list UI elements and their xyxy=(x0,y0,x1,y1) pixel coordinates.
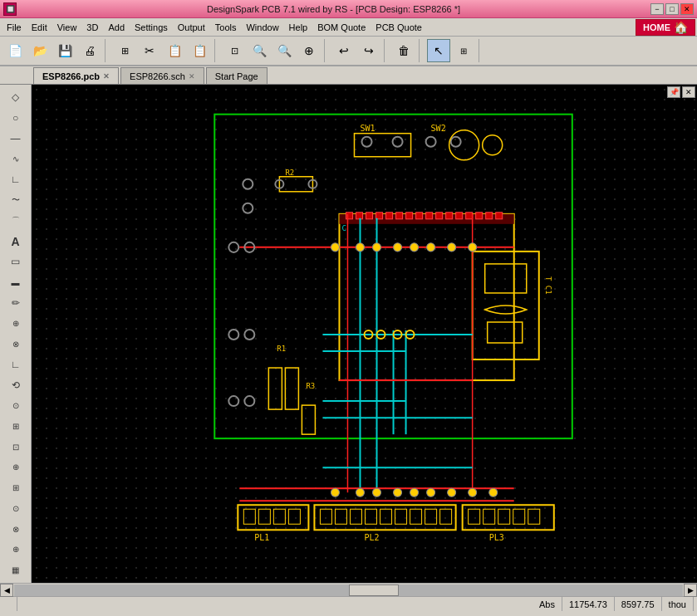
tb-paste[interactable]: 📋 xyxy=(188,39,211,62)
lt-box[interactable]: ⊞ xyxy=(4,478,27,497)
maximize-button[interactable]: □ xyxy=(665,3,679,15)
status-mode: Abs xyxy=(533,597,562,611)
svg-text:PL3: PL3 xyxy=(489,533,504,542)
tb-select[interactable]: ↖ xyxy=(427,39,450,62)
svg-rect-81 xyxy=(395,509,407,524)
lt-wave[interactable]: 〜 xyxy=(4,191,27,210)
lt-rect2[interactable]: ▬ xyxy=(4,273,27,292)
lt-rect[interactable]: ▭ xyxy=(4,252,27,271)
svg-point-106 xyxy=(427,243,435,252)
lt-rotate[interactable]: ⟲ xyxy=(4,376,27,395)
tab-start[interactable]: Start Page xyxy=(206,67,268,84)
tb-open[interactable]: 📂 xyxy=(28,39,52,62)
tb-grid[interactable]: ⊞ xyxy=(113,39,136,62)
lt-cross[interactable]: ⊗ xyxy=(4,520,27,539)
coord-mode: Abs xyxy=(539,599,555,609)
main-layout: ◇ ○ — ∿ ∟ 〜 ⌒ A ▭ ▬ ✏ ⊕ ⊗ ∟ ⟲ ⊙ ⊞ ⊡ ⊕ ⊞ … xyxy=(0,85,697,583)
menu-tools[interactable]: Tools xyxy=(210,21,242,34)
menu-edit[interactable]: Edit xyxy=(27,21,52,34)
lt-arc2[interactable]: ⌒ xyxy=(4,212,27,231)
scroll-thumb[interactable] xyxy=(349,584,399,596)
tb-zoom-in[interactable]: 🔍 xyxy=(248,39,271,62)
tab-pcb-close[interactable]: ✕ xyxy=(103,72,110,81)
home-button[interactable]: HOME 🏠 xyxy=(636,19,695,36)
lt-target[interactable]: ⊙ xyxy=(4,396,27,415)
tb-new[interactable]: 📄 xyxy=(3,39,27,62)
toolbar-sep-1 xyxy=(105,39,110,62)
pcb-drawing: SW1 SW2 R2 xyxy=(32,85,697,583)
svg-point-95 xyxy=(394,488,402,496)
lt-edit[interactable]: ✏ xyxy=(4,294,27,313)
svg-rect-87 xyxy=(469,509,480,524)
menu-file[interactable]: File xyxy=(2,21,27,34)
menu-view[interactable]: View xyxy=(52,21,82,34)
svg-rect-72 xyxy=(273,509,285,524)
close-button[interactable]: ✕ xyxy=(680,3,694,15)
tb-delete[interactable]: 🗑 xyxy=(392,39,415,62)
svg-rect-31 xyxy=(476,213,483,219)
scroll-left[interactable]: ◀ xyxy=(0,584,13,597)
minimize-button[interactable]: − xyxy=(650,3,664,15)
lt-add2[interactable]: ⊕ xyxy=(4,540,27,560)
lt-line[interactable]: — xyxy=(4,130,27,149)
svg-text:T C1: T C1 xyxy=(544,276,552,295)
menu-window[interactable]: Window xyxy=(241,21,283,34)
tab-sch-close[interactable]: ✕ xyxy=(189,72,195,81)
lt-arc[interactable]: ∿ xyxy=(4,149,27,169)
lt-angle[interactable]: ∟ xyxy=(4,355,27,374)
lt-circle2[interactable]: ⊙ xyxy=(4,499,27,518)
tb-cut[interactable]: ✂ xyxy=(138,39,161,62)
svg-point-102 xyxy=(356,243,364,252)
tab-sch[interactable]: ESP8266.sch ✕ xyxy=(120,67,204,84)
panel-close[interactable]: ✕ xyxy=(682,86,695,98)
horizontal-scrollbar[interactable]: ◀ ▶ xyxy=(0,583,697,596)
status-x: 11754.73 xyxy=(562,597,615,611)
menu-pcb-quote[interactable]: PCB Quote xyxy=(371,21,427,34)
svg-rect-82 xyxy=(410,509,422,524)
svg-text:R1: R1 xyxy=(277,345,286,353)
svg-rect-33 xyxy=(496,213,503,219)
tb-zoom-fit[interactable]: ⊡ xyxy=(223,39,246,62)
tb-redo[interactable]: ↪ xyxy=(357,39,380,62)
svg-point-98 xyxy=(448,488,456,496)
tb-save[interactable]: 💾 xyxy=(53,39,76,62)
tb-zoom-out[interactable]: 🔍 xyxy=(272,39,296,62)
lt-remove[interactable]: ⊗ xyxy=(4,335,27,354)
tb-print[interactable]: 🖨 xyxy=(78,39,101,62)
menu-output[interactable]: Output xyxy=(173,21,210,34)
lt-plus[interactable]: ⊕ xyxy=(4,458,27,477)
menu-bom-quote[interactable]: BOM Quote xyxy=(312,21,371,34)
menu-3d[interactable]: 3D xyxy=(81,21,103,34)
menu-settings[interactable]: Settings xyxy=(130,21,173,34)
svg-rect-88 xyxy=(483,509,495,524)
svg-rect-71 xyxy=(258,509,270,524)
scroll-track[interactable] xyxy=(14,584,683,596)
svg-point-100 xyxy=(489,488,498,496)
svg-point-58 xyxy=(244,396,254,406)
svg-point-105 xyxy=(410,243,419,252)
svg-rect-70 xyxy=(243,509,255,524)
tb-undo[interactable]: ↩ xyxy=(332,39,356,62)
tb-zoom-area[interactable]: ⊕ xyxy=(297,39,321,62)
scroll-right[interactable]: ▶ xyxy=(684,584,697,597)
lt-select[interactable]: ◇ xyxy=(4,88,27,107)
lt-circle[interactable]: ○ xyxy=(4,109,27,128)
menu-help[interactable]: Help xyxy=(284,21,313,34)
lt-text[interactable]: A xyxy=(4,232,27,251)
pcb-canvas-area[interactable]: SW1 SW2 R2 xyxy=(32,85,697,583)
tb-net[interactable]: ⊞ xyxy=(452,39,475,62)
lt-zoom[interactable]: ⊡ xyxy=(4,438,27,457)
tb-copy[interactable]: 📋 xyxy=(163,39,186,62)
lt-hash[interactable]: ▦ xyxy=(4,560,27,579)
coord-unit: thou xyxy=(669,599,686,609)
svg-point-5 xyxy=(426,137,436,147)
lt-add-pad[interactable]: ⊕ xyxy=(4,314,27,333)
svg-point-56 xyxy=(244,330,254,340)
svg-text:SW2: SW2 xyxy=(431,124,446,133)
lt-grid2[interactable]: ⊞ xyxy=(4,417,27,436)
menu-add[interactable]: Add xyxy=(103,21,130,34)
toolbar: 📄 📂 💾 🖨 ⊞ ✂ 📋 📋 ⊡ 🔍 🔍 ⊕ ↩ ↪ 🗑 ↖ ⊞ xyxy=(0,37,697,66)
tab-pcb[interactable]: ESP8266.pcb ✕ xyxy=(33,67,119,84)
lt-corner[interactable]: ∟ xyxy=(4,170,27,189)
panel-pin[interactable]: 📌 xyxy=(667,86,680,98)
